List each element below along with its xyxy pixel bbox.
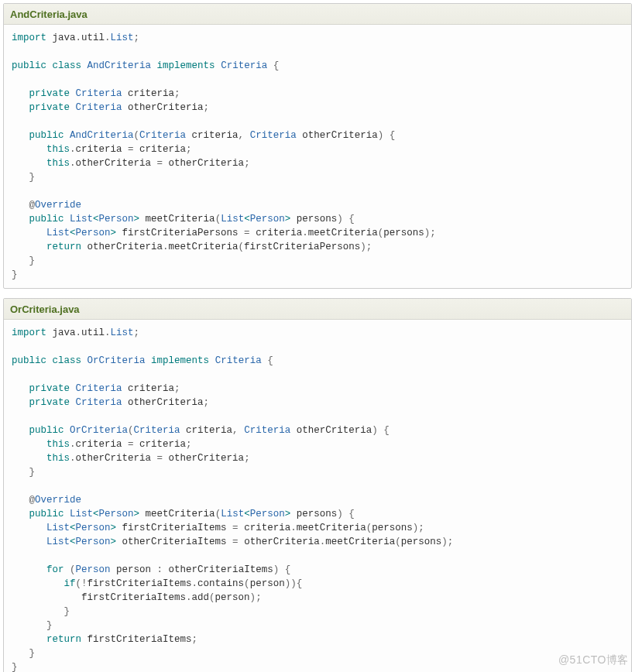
- code-body: import java.util.List; public class OrCr…: [4, 320, 631, 672]
- code-block: AndCriteria.javaimport java.util.List; p…: [3, 3, 632, 289]
- watermark: @51CTO博客: [558, 653, 629, 667]
- code-title: OrCriteria.java: [4, 299, 631, 320]
- code-title: AndCriteria.java: [4, 4, 631, 25]
- code-body: import java.util.List; public class AndC…: [4, 25, 631, 288]
- code-block: OrCriteria.javaimport java.util.List; pu…: [3, 298, 632, 672]
